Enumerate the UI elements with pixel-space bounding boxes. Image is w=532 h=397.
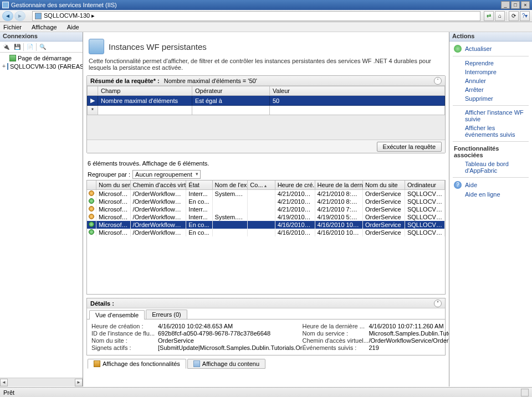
- cell-path: /OrderWorkflowSe...: [130, 198, 186, 205]
- nav-back-button[interactable]: ◄: [2, 11, 13, 21]
- cell-state: Interr...: [186, 190, 212, 198]
- action-stop[interactable]: Arrêter: [451, 85, 531, 94]
- content-view-icon: [193, 360, 200, 367]
- d-id-v: 692b8fcf-a050-4798-9678-778c378e6648: [158, 330, 302, 337]
- details-panel: Détails : ˅ Vue d'ensemble Erreurs (0) H…: [86, 298, 446, 355]
- summary-label: Résumé de la requête* :: [90, 78, 160, 84]
- nav-help-button[interactable]: ?▾: [520, 11, 530, 21]
- app-icon: [2, 2, 9, 8]
- cell-updated: 4/19/2010 5:10:2...: [315, 213, 362, 221]
- d-svc-l: Nom du service :: [302, 330, 369, 337]
- table-row[interactable]: Microsoft.S.../OrderWorkflowSe...En co..…: [87, 198, 445, 205]
- cell-updated: 4/16/2010 10:07:...: [315, 221, 362, 229]
- action-features-heading: Fonctionnalités associées: [451, 144, 531, 159]
- d-id-l: ID de l'instance de flu...: [91, 330, 158, 337]
- nav-go-button[interactable]: ⇄: [484, 11, 494, 21]
- tab-overview[interactable]: Vue d'ensemble: [89, 310, 145, 319]
- col-state[interactable]: État: [186, 181, 212, 190]
- conn-save-button[interactable]: 💾: [12, 43, 22, 51]
- table-row[interactable]: Microsoft.S.../OrderWorkflowSe...Interr.…: [87, 205, 445, 213]
- col-updated[interactable]: Heure de la derni...: [315, 181, 362, 190]
- d-ev-v: 219: [369, 344, 449, 351]
- nav-forward-button[interactable]: ►: [14, 11, 25, 21]
- cell-state: En co...: [186, 198, 212, 205]
- summary-cell-value: 50: [270, 96, 445, 106]
- action-refresh[interactable]: Actualiser: [451, 44, 531, 54]
- summary-row-marker: ▶: [88, 96, 98, 106]
- action-cancel[interactable]: Annuler: [451, 76, 531, 85]
- details-collapse-button[interactable]: ˅: [434, 300, 442, 307]
- minimize-button[interactable]: _: [501, 1, 510, 9]
- summary-row-new[interactable]: *: [88, 106, 445, 115]
- summary-col-value[interactable]: Valeur: [270, 86, 445, 96]
- tab-features-view[interactable]: Affichage des fonctionnalités: [88, 359, 186, 369]
- table-row[interactable]: Microsoft.S.../OrderWorkflowSe...Interr.…: [87, 213, 445, 221]
- execute-query-button[interactable]: Exécuter la requête: [377, 142, 442, 152]
- tab-content-view[interactable]: Affichage du contenu: [187, 359, 265, 369]
- summary-rowheader-blank: [88, 86, 98, 96]
- summary-new-marker: *: [88, 106, 98, 115]
- action-appfabric-dashboard[interactable]: Tableau de bord d'AppFabric: [451, 159, 531, 175]
- tree-server-node[interactable]: + SQLLOCVM-130 (FAREAST\wssb: [0, 62, 83, 70]
- menu-file[interactable]: Fichier: [3, 24, 22, 30]
- d-ev-l: Événements suivis :: [302, 344, 369, 351]
- col-co[interactable]: Co...: [248, 181, 275, 190]
- d-vp-v: /OrderWorkflowService/OrderWorkflow.xaml…: [369, 337, 449, 344]
- col-path[interactable]: Chemin d'accès virt...: [130, 181, 186, 190]
- col-icon[interactable]: [87, 181, 96, 190]
- cell-site: OrderService: [362, 205, 405, 213]
- address-bar[interactable]: SQLLOCVM-130 ▸: [32, 11, 480, 21]
- title-bar: Gestionnaire des services Internet (IIS)…: [0, 0, 532, 10]
- col-exception[interactable]: Nom de l'ex...: [212, 181, 248, 190]
- results-count-text: 6 éléments trouvés. Affichage de 6 éléme…: [88, 160, 444, 167]
- cell-exception: System.Ser...: [212, 190, 248, 198]
- summary-collapse-button[interactable]: ˄: [434, 77, 442, 85]
- table-row[interactable]: Microsoft.S.../OrderWorkflowSe...En co..…: [87, 229, 445, 236]
- cell-co: [248, 221, 275, 229]
- scroll-left-button[interactable]: ◄: [0, 379, 8, 386]
- col-computer[interactable]: Ordinateur: [405, 181, 444, 190]
- page-description: Cette fonctionnalité permet d'afficher, …: [89, 58, 443, 71]
- group-by-combo[interactable]: Aucun regroupement: [132, 170, 201, 179]
- maximize-button[interactable]: □: [511, 1, 520, 9]
- expand-icon[interactable]: +: [2, 63, 6, 69]
- cell-computer: SQLLOCVM...: [405, 213, 444, 221]
- tab-errors[interactable]: Erreurs (0): [146, 310, 187, 319]
- page-title: Instances WF persistantes: [109, 42, 207, 51]
- cell-created: 4/21/2010 7:...: [275, 205, 315, 213]
- nav-bar: ◄ ► SQLLOCVM-130 ▸ ⇄ ⌂ ⟳ ?▾: [0, 10, 532, 22]
- window-title: Gestionnaire des services Internet (IIS): [11, 2, 117, 8]
- action-help[interactable]: ?Aide: [451, 180, 531, 190]
- conn-up-button[interactable]: 📄: [25, 43, 35, 51]
- connections-panel: Connexions 🔌 💾 📄 🔍 Page de démarrage + S…: [0, 32, 83, 386]
- action-interrupt[interactable]: Interrompre: [451, 68, 531, 76]
- table-row[interactable]: Microsoft.S.../OrderWorkflowSe...En co..…: [87, 221, 445, 229]
- menu-display[interactable]: Affichage: [32, 24, 57, 30]
- cell-state: Interr...: [186, 205, 212, 213]
- nav-home-button[interactable]: ⌂: [495, 11, 505, 21]
- action-show-tracked-instance[interactable]: Afficher l'instance WF suivie: [451, 108, 531, 123]
- action-delete[interactable]: Supprimer: [451, 94, 531, 103]
- conn-connect-button[interactable]: 🔌: [1, 43, 11, 51]
- col-created[interactable]: Heure de cré...: [275, 181, 315, 190]
- d-created-l: Heure de création :: [91, 323, 158, 329]
- action-online-help[interactable]: Aide en ligne: [451, 190, 531, 199]
- menu-help[interactable]: Aide: [67, 24, 79, 30]
- conn-refresh-button[interactable]: 🔍: [38, 43, 48, 51]
- summary-row-selected[interactable]: ▶ Nombre maximal d'éléments Est égal à 5…: [88, 96, 445, 106]
- table-row[interactable]: Microsoft.S.../OrderWorkflowSe...Interr.…: [87, 190, 445, 198]
- d-upd-v: 4/16/2010 10:07:11.260 AM: [369, 323, 449, 329]
- nav-stop-button[interactable]: ⟳: [509, 11, 519, 21]
- close-button[interactable]: ×: [521, 1, 530, 9]
- cell-co: [248, 198, 275, 205]
- col-service[interactable]: Nom du ser...: [96, 181, 130, 190]
- summary-col-field[interactable]: Champ: [98, 86, 192, 96]
- conn-h-scrollbar[interactable]: ◄ ►: [0, 378, 83, 386]
- cell-exception: [212, 205, 248, 213]
- col-site[interactable]: Nom du site: [362, 181, 405, 190]
- summary-col-operator[interactable]: Opérateur: [192, 86, 270, 96]
- scroll-right-button[interactable]: ►: [75, 379, 83, 386]
- group-by-label: Regrouper par :: [88, 171, 130, 178]
- tree-start-page[interactable]: Page de démarrage: [0, 54, 83, 62]
- action-show-tracked-events[interactable]: Afficher les événements suivis: [451, 123, 531, 139]
